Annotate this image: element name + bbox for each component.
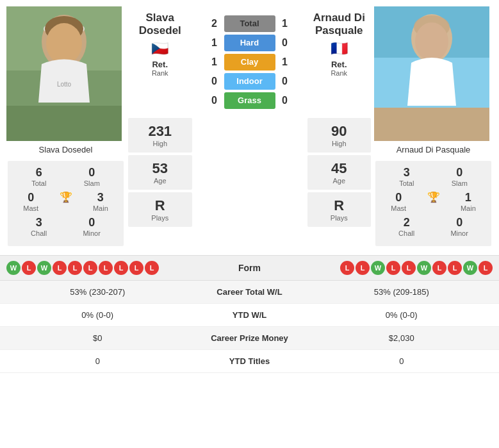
hard-row: 1 Hard 0: [192, 35, 307, 51]
right-flag: 🇫🇷: [307, 38, 372, 60]
stat-center-label: Career Prize Money: [186, 333, 314, 343]
grass-row: 0 Grass 0: [192, 92, 307, 109]
plays-row-section: R Plays R Plays: [128, 192, 371, 227]
players-comparison: Lotto Slava Dosedel 6 Total 0: [0, 0, 499, 255]
left-player-column: Lotto Slava Dosedel 6 Total 0: [6, 6, 125, 249]
stats-row: $0 Career Prize Money $2,030: [0, 327, 499, 350]
left-total-value: 6: [31, 166, 46, 179]
right-total-value: 3: [399, 166, 414, 179]
trophy-icon-right: 🏆: [427, 192, 440, 203]
left-player-name-text: Slava Dosedel: [39, 145, 93, 154]
form-badge-left: L: [68, 261, 82, 275]
svg-rect-7: [6, 106, 122, 141]
right-flag-emoji: 🇫🇷: [331, 40, 348, 56]
left-high-label: High: [148, 140, 172, 147]
center-spacer: [192, 118, 307, 153]
right-age-value: 45: [331, 160, 347, 177]
hard-right-num: 0: [275, 37, 295, 49]
age-spacer: [192, 155, 307, 190]
grass-right-num: 0: [275, 95, 295, 106]
left-age-label: Age: [152, 177, 168, 185]
left-main-label: Main: [93, 204, 108, 212]
right-player-stats: 3 Total 0 Slam 0 Mast 🏆: [375, 161, 491, 246]
right-plays-value: R: [331, 197, 348, 214]
stat-center-label: YTD Titles: [186, 356, 314, 366]
clay-row: 1 Clay 1: [192, 54, 307, 71]
form-badge-right: W: [463, 261, 477, 275]
right-mast-value: 0: [391, 191, 406, 204]
stats-row: 53% (230-207) Career Total W/L 53% (209-…: [0, 281, 499, 304]
indoor-button: Indoor: [224, 73, 275, 90]
right-trophy-icon: 🏆: [427, 191, 440, 212]
total-row: 2 Total 1: [192, 15, 307, 32]
hard-left-num: 1: [205, 37, 224, 49]
left-mast-label: Mast: [23, 204, 38, 212]
right-main: 1 Main: [461, 191, 476, 212]
left-total-label: Total: [31, 179, 46, 187]
left-age: 53 Age: [152, 160, 168, 185]
right-chall: 2 Chall: [398, 216, 414, 237]
form-badge-right: L: [386, 261, 400, 275]
right-chall-label: Chall: [398, 229, 414, 237]
left-trophy-icon: 🏆: [60, 191, 72, 212]
left-plays-value: R: [151, 197, 168, 214]
form-badge-left: L: [114, 261, 128, 275]
total-left-num: 2: [205, 18, 224, 29]
trophy-icon-left: 🏆: [60, 192, 72, 203]
right-plays-stat: R Plays: [307, 192, 372, 227]
right-center-info: Arnaud Di Pasquale 🇫🇷 Ret. Rank: [307, 6, 372, 112]
left-minor: 0 Minor: [83, 216, 101, 237]
left-rank-label: Ret. Rank: [128, 60, 192, 77]
form-badge-left: L: [129, 261, 143, 275]
stat-center-label: Career Total W/L: [186, 287, 314, 297]
right-high-label: High: [331, 140, 347, 147]
left-minor-label: Minor: [83, 229, 101, 237]
clay-button: Clay: [224, 54, 275, 71]
right-age-stat: 45 Age: [307, 155, 372, 190]
left-main-value: 3: [93, 191, 108, 204]
right-main-value: 1: [461, 191, 476, 204]
indoor-left-num: 0: [205, 76, 224, 87]
left-plays-stat: R Plays: [128, 192, 192, 227]
total-right-num: 1: [275, 18, 295, 29]
main-container: Lotto Slava Dosedel 6 Total 0: [0, 0, 499, 373]
stat-right-value: 0% (0-0): [314, 310, 490, 320]
left-slam-label: Slam: [84, 179, 100, 187]
left-slam-value: 0: [84, 166, 100, 179]
right-player-name-text: Arnaud Di Pasquale: [397, 145, 471, 154]
left-chall-label: Chall: [31, 229, 47, 237]
right-rank-text: Rank: [331, 69, 347, 77]
right-slam-label: Slam: [452, 179, 468, 187]
plays-spacer: [192, 192, 307, 227]
stat-right-value: 53% (209-185): [314, 287, 490, 297]
right-extra-stats: 90 High: [307, 118, 372, 153]
left-player-name-center: Slava Dosedel: [128, 12, 192, 38]
left-high: 231 High: [148, 123, 172, 147]
stat-center-label: YTD W/L: [186, 310, 314, 320]
left-main: 3 Main: [93, 191, 108, 212]
form-badge-left: W: [6, 261, 20, 275]
left-form-badges: WLWLLLLLLL: [6, 261, 211, 275]
grass-button: Grass: [224, 92, 275, 109]
clay-left-num: 1: [205, 56, 224, 68]
center-stats-row2: 231 High 90 High: [128, 118, 371, 153]
right-plays-label: Plays: [331, 214, 348, 222]
form-badge-left: L: [99, 261, 113, 275]
left-chall-value: 3: [31, 216, 47, 229]
right-name-text: Arnaud Di Pasquale: [313, 12, 365, 37]
stat-right-value: $2,030: [314, 333, 490, 343]
stat-right-value: 0: [314, 356, 490, 366]
stat-left-value: 0: [10, 356, 186, 366]
svg-point-5: [46, 23, 82, 64]
left-total: 6 Total: [31, 166, 46, 187]
left-slam: 0 Slam: [84, 166, 100, 187]
right-minor: 0 Minor: [450, 216, 468, 237]
form-badge-right: L: [479, 261, 493, 275]
left-plays: R Plays: [151, 197, 168, 222]
left-flag: 🇨🇿: [128, 38, 192, 60]
right-mast: 0 Mast: [391, 191, 406, 212]
form-badge-right: L: [432, 261, 446, 275]
left-player-name-below: Slava Dosedel: [6, 141, 125, 158]
svg-point-12: [415, 22, 448, 61]
right-player-name-center: Arnaud Di Pasquale: [307, 12, 372, 38]
